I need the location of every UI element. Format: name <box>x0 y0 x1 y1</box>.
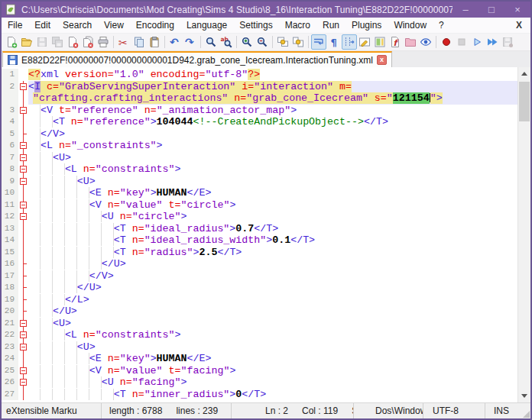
code-text[interactable]: <V t="reference" n="_animation_actor_map… <box>28 105 517 117</box>
code-text[interactable]: <T n="inner_radius">0</T> <box>28 389 517 401</box>
code-line-6[interactable]: 6 <L n="_constraints"> <box>2 140 517 152</box>
print-button[interactable] <box>96 34 111 50</box>
resize-grip[interactable] <box>523 411 530 418</box>
code-line-15[interactable]: 15 <T n="radius">2.5</T> <box>2 247 517 259</box>
code-text[interactable]: </U> <box>28 282 517 294</box>
code-text[interactable]: <L n="constraints"> <box>28 329 517 341</box>
status-encoding[interactable]: UTF-8 <box>423 403 485 418</box>
show-all-characters-button[interactable]: ¶ <box>326 34 342 50</box>
code-line-8[interactable]: 8 <L n="constraints"> <box>2 163 517 176</box>
open-file-button[interactable] <box>19 34 34 50</box>
menu-item-encoding[interactable]: Encoding <box>130 18 180 33</box>
code-line-17[interactable]: 17 </V> <box>2 270 517 283</box>
code-line-24[interactable]: 24 <E n="key">HUMAN</E> <box>2 353 517 365</box>
code-text[interactable]: <L n="_constraints"> <box>28 140 517 152</box>
menu-item-search[interactable]: Search <box>57 18 98 33</box>
run-macro-multiple-times-button[interactable] <box>485 34 500 50</box>
scroll-up-arrow-icon[interactable] <box>518 67 530 80</box>
fold-collapse-icon[interactable] <box>18 199 28 212</box>
code-text[interactable]: <E n="key">HUMAN</E> <box>28 187 517 199</box>
fold-collapse-icon[interactable] <box>18 105 28 117</box>
document-map-button[interactable] <box>372 34 388 50</box>
sync-vertical-scroll-button[interactable] <box>275 34 290 50</box>
status-insert-mode[interactable]: INS <box>485 403 530 418</box>
find-button[interactable] <box>203 34 219 50</box>
code-text[interactable]: <E n="key">HUMAN</E> <box>28 353 517 365</box>
code-line-5[interactable]: 5 </V> <box>2 128 517 141</box>
menu-item-language[interactable]: Language <box>180 18 233 33</box>
redo-button[interactable]: ↷ <box>183 34 198 50</box>
playback-macro-button[interactable] <box>469 34 485 50</box>
cut-button[interactable]: ✂ <box>116 34 131 50</box>
status-eol-format[interactable]: Dos\Windows <box>354 403 423 418</box>
code-line-19[interactable]: 19 </L> <box>2 294 517 306</box>
sync-horizontal-scroll-button[interactable] <box>290 34 306 50</box>
fold-collapse-icon[interactable] <box>18 140 28 152</box>
code-line-4[interactable]: 4 <T n="reference">104044<!--CreateAndPi… <box>2 116 517 128</box>
show-indent-guide-button[interactable] <box>342 34 357 50</box>
scroll-down-arrow-icon[interactable] <box>518 389 530 402</box>
zoom-in-button[interactable] <box>239 34 255 50</box>
code-line-20[interactable]: 20 </U> <box>2 305 517 318</box>
fold-collapse-icon[interactable] <box>18 152 28 164</box>
code-line-21[interactable]: 21 <U> <box>2 318 517 330</box>
replace-button[interactable]: ab <box>219 34 234 50</box>
code-line-7[interactable]: 7 <U> <box>2 152 517 164</box>
zoom-out-button[interactable] <box>255 34 270 50</box>
code-line-23[interactable]: 23 <U> <box>2 341 517 354</box>
code-line-10[interactable]: 10 <E n="key">HUMAN</E> <box>2 187 517 199</box>
menu-item-edit[interactable]: Edit <box>28 18 57 33</box>
fold-collapse-icon[interactable] <box>18 329 28 341</box>
code-line-16[interactable]: 16 </U> <box>2 258 517 270</box>
vertical-scrollbar[interactable] <box>517 67 530 402</box>
tab-close-icon[interactable]: x <box>377 55 387 65</box>
menu-item-plugins[interactable]: Plugins <box>345 18 388 33</box>
fold-collapse-icon[interactable] <box>18 211 28 223</box>
code-line-26[interactable]: 26 <U n="facing"> <box>2 376 517 389</box>
fold-collapse-icon[interactable] <box>18 176 28 188</box>
code-line-13[interactable]: 13 <T n="ideal_radius">0.7</T> <box>2 223 517 235</box>
menu-item-settings[interactable]: Settings <box>233 18 278 33</box>
menu-item-file[interactable]: File <box>2 18 28 33</box>
fold-collapse-icon[interactable] <box>18 81 28 93</box>
code-area[interactable]: 1<?xml version="1.0" encoding="utf-8"?>2… <box>2 67 517 402</box>
menu-item-help[interactable]: ? <box>433 18 450 33</box>
menu-item-run[interactable]: Run <box>316 18 345 33</box>
code-text[interactable]: <T n="ideal_radius">0.7</T> <box>28 223 517 235</box>
fold-collapse-icon[interactable] <box>18 318 28 330</box>
code-line-9[interactable]: 9 <U> <box>2 176 517 188</box>
code-text[interactable]: <I c="GrabServingSuperInteraction" i="in… <box>28 81 517 93</box>
code-text[interactable]: </U> <box>28 258 517 270</box>
code-line-2-wrap[interactable]: "crafting.crafting_interactions" n="grab… <box>2 92 517 105</box>
paste-button[interactable] <box>147 34 162 50</box>
close-button[interactable]: × <box>504 2 530 18</box>
menu-item-window[interactable]: Window <box>388 18 433 33</box>
code-text[interactable]: </V> <box>28 128 517 141</box>
monitoring-button[interactable] <box>418 34 433 50</box>
code-line-25[interactable]: 25 <V n="value" t="facing"> <box>2 365 517 377</box>
code-line-3[interactable]: 3 <V t="reference" n="_animation_actor_m… <box>2 105 517 117</box>
code-line-14[interactable]: 14 <T n="ideal_radius_width">0.1</T> <box>2 234 517 247</box>
code-text[interactable]: <L n="constraints"> <box>28 163 517 176</box>
fold-collapse-icon[interactable] <box>18 341 28 354</box>
undo-button[interactable]: ↶ <box>167 34 183 50</box>
close-file-button[interactable] <box>65 34 80 50</box>
maximize-button[interactable]: □ <box>478 2 504 18</box>
menu-item-view[interactable]: View <box>98 18 130 33</box>
menubar-close-icon[interactable]: X <box>508 20 530 31</box>
code-text[interactable]: <U n="facing"> <box>28 376 517 389</box>
code-line-11[interactable]: 11 <V n="value" t="circle"> <box>2 199 517 212</box>
code-line-12[interactable]: 12 <U n="circle"> <box>2 211 517 223</box>
code-text[interactable]: <?xml version="1.0" encoding="utf-8"?> <box>28 69 517 81</box>
function-list-button[interactable]: f <box>388 34 403 50</box>
word-wrap-button[interactable] <box>311 34 326 50</box>
menu-item-macro[interactable]: Macro <box>279 18 316 33</box>
record-macro-button[interactable] <box>439 34 454 50</box>
code-text[interactable]: <U> <box>28 176 517 188</box>
close-all-button[interactable] <box>80 34 96 50</box>
scrollbar-thumb[interactable] <box>519 82 530 121</box>
code-text[interactable]: <U n="circle"> <box>28 211 517 223</box>
minimize-button[interactable]: – <box>453 2 478 18</box>
code-line-27[interactable]: 27 <T n="inner_radius">0</T> <box>2 389 517 401</box>
code-text[interactable]: </V> <box>28 270 517 283</box>
